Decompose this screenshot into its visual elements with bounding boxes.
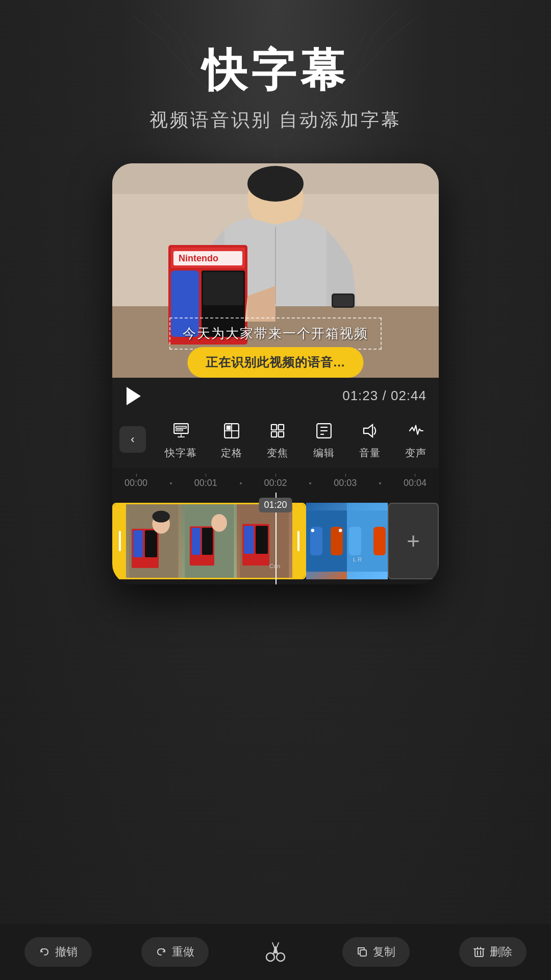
dinge-icon xyxy=(220,420,243,442)
play-button[interactable] xyxy=(124,387,143,405)
redo-button[interactable]: 重做 xyxy=(141,937,209,967)
delete-label: 删除 xyxy=(490,944,512,960)
yinliang-icon xyxy=(359,420,381,442)
ruler-mark-1: 00:01 xyxy=(194,478,217,488)
bianji-icon xyxy=(313,420,335,442)
svg-rect-77 xyxy=(349,527,361,555)
bottom-actions-bar: 撤销 重做 xyxy=(0,924,551,980)
svg-rect-88 xyxy=(475,949,483,957)
ruler-dot-3 xyxy=(309,482,311,484)
undo-button[interactable]: 撤销 xyxy=(24,937,92,967)
svg-rect-37 xyxy=(174,424,188,433)
inactive-clips: L R xyxy=(306,503,388,579)
timeline-ruler: 00:00 00:01 00:02 00:03 00:04 xyxy=(112,474,439,493)
toolbar: ‹ 快字幕 xyxy=(112,414,439,468)
ruler-mark-4: 00:04 xyxy=(404,478,427,488)
redo-icon xyxy=(156,946,167,958)
kuzimu-label: 快字幕 xyxy=(165,446,197,460)
ruler-mark-0: 00:00 xyxy=(124,478,147,488)
ruler-dot-1 xyxy=(170,482,172,484)
svg-rect-48 xyxy=(271,432,277,437)
add-clip-button[interactable]: + xyxy=(388,503,439,579)
timeline-section: 00:00 00:01 00:02 00:03 00:04 01:20 xyxy=(112,468,439,584)
ruler-dot-4 xyxy=(379,482,381,484)
toolbar-item-bianjiao[interactable]: 变焦 xyxy=(266,420,289,460)
svg-rect-58 xyxy=(145,530,157,557)
copy-label: 复制 xyxy=(373,944,395,960)
clip-handle-right-icon xyxy=(297,531,299,551)
phone-mockup: Nintendo 今天为大家带来一个开箱视频 xyxy=(112,163,439,584)
toolbar-item-yinliang[interactable]: 音量 xyxy=(359,420,381,460)
thumbnail-2 xyxy=(182,504,237,578)
yinliang-label: 音量 xyxy=(359,446,381,460)
svg-rect-57 xyxy=(133,530,143,557)
toolbar-back-section: ‹ xyxy=(112,426,153,453)
bianjiao-icon xyxy=(266,420,289,442)
svg-rect-78 xyxy=(373,527,386,555)
copy-icon xyxy=(357,946,368,958)
toolbar-item-kuzimu[interactable]: 快字幕 xyxy=(165,420,197,460)
toolbar-item-bisheng[interactable]: 变声 xyxy=(405,420,427,460)
undo-icon xyxy=(39,946,50,958)
svg-rect-63 xyxy=(191,528,200,555)
svg-text:Con: Con xyxy=(269,563,280,569)
svg-point-65 xyxy=(211,514,227,532)
svg-rect-75 xyxy=(339,529,342,532)
inactive-thumbnail-1 xyxy=(306,503,347,579)
svg-rect-69 xyxy=(256,526,268,554)
dinge-label: 定格 xyxy=(221,446,242,460)
clip-handle-left[interactable] xyxy=(114,504,126,578)
svg-rect-49 xyxy=(279,432,284,437)
subtitle-text: 视频语音识别 自动添加字幕 xyxy=(149,108,402,133)
kuzimu-icon xyxy=(170,420,192,442)
ruler-marks: 00:00 00:01 00:02 00:03 00:04 xyxy=(124,478,427,488)
copy-button[interactable]: 复制 xyxy=(342,937,410,967)
svg-rect-38 xyxy=(176,426,186,428)
svg-rect-47 xyxy=(279,425,284,430)
time-display: 01:23 / 02:44 xyxy=(342,388,427,404)
svg-rect-87 xyxy=(360,950,366,956)
video-subtitle-text: 今天为大家带来一个开箱视频 xyxy=(183,326,368,341)
svg-text:L R: L R xyxy=(353,556,362,562)
delete-icon xyxy=(473,946,485,958)
ruler-mark-2: 00:02 xyxy=(264,478,287,488)
timeline-track[interactable]: 01:20 xyxy=(112,493,439,584)
svg-rect-68 xyxy=(244,526,254,554)
processing-badge: 正在识别此视频的语音... xyxy=(187,347,363,378)
clip-thumbnails: Con xyxy=(126,504,292,578)
main-title: 快字幕 xyxy=(149,46,402,95)
svg-rect-64 xyxy=(202,528,213,555)
cut-button[interactable] xyxy=(258,934,293,970)
svg-rect-39 xyxy=(176,429,183,431)
svg-rect-45 xyxy=(227,425,231,430)
play-icon xyxy=(127,387,141,405)
playback-controls: 01:23 / 02:44 xyxy=(112,378,439,414)
back-button[interactable]: ‹ xyxy=(119,426,146,453)
video-frame: Nintendo 今天为大家带来一个开箱视频 xyxy=(112,163,439,378)
svg-rect-36 xyxy=(333,295,353,306)
ruler-dot-2 xyxy=(240,482,242,484)
clip-handle-right[interactable] xyxy=(292,504,305,578)
playhead-time-text: 01:20 xyxy=(264,500,287,510)
bisheng-icon xyxy=(405,420,427,442)
toolbar-item-dinge[interactable]: 定格 xyxy=(220,420,243,460)
playhead-time-badge: 01:20 xyxy=(259,498,292,512)
scissors-icon xyxy=(262,939,289,965)
undo-label: 撤销 xyxy=(55,944,78,960)
svg-rect-34 xyxy=(203,272,243,305)
processing-text: 正在识别此视频的语音... xyxy=(206,355,345,369)
thumbnail-3: Con xyxy=(237,504,292,578)
toolbar-items: 快字幕 定格 xyxy=(153,420,439,460)
plus-icon: + xyxy=(407,528,420,554)
svg-text:Nintendo: Nintendo xyxy=(179,253,218,263)
thumbnail-1 xyxy=(126,504,182,578)
svg-marker-54 xyxy=(364,425,372,437)
active-clip[interactable]: Con xyxy=(112,503,306,579)
svg-rect-73 xyxy=(311,529,314,532)
video-area: Nintendo 今天为大家带来一个开箱视频 xyxy=(112,163,439,378)
svg-rect-46 xyxy=(271,425,277,430)
back-chevron-icon: ‹ xyxy=(131,434,134,445)
redo-label: 重做 xyxy=(172,944,194,960)
toolbar-item-bianji[interactable]: 编辑 xyxy=(313,420,335,460)
delete-button[interactable]: 删除 xyxy=(459,937,527,967)
